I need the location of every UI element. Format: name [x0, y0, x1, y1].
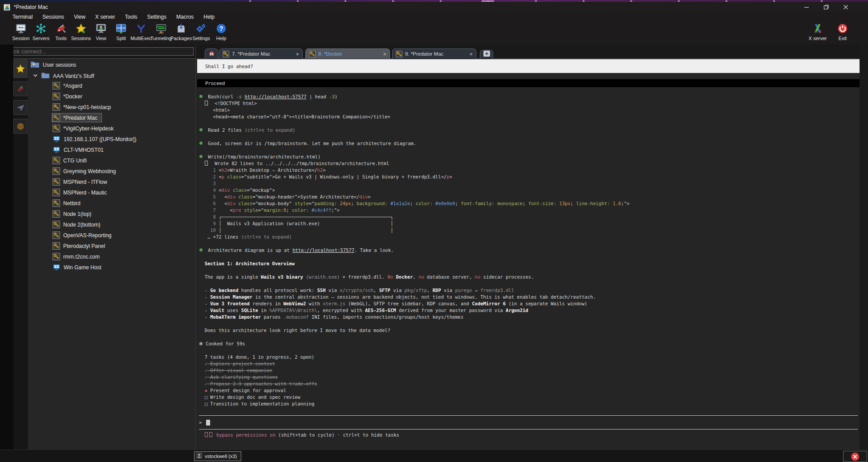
view-icon	[95, 22, 107, 34]
restore-button[interactable]	[816, 2, 836, 12]
tree-item-netbird[interactable]: Netbird	[53, 199, 81, 207]
toolbar-button-split[interactable]: Split	[110, 22, 132, 41]
tree-item-rmm-t2cnc-com[interactable]: rmm.t2cnc.com	[53, 253, 100, 260]
terminate-button[interactable]	[843, 451, 867, 462]
tree-group-folder[interactable]: AAA Vantz's Stuff	[33, 72, 94, 80]
rail-knife-icon[interactable]	[13, 81, 28, 96]
tree-item--predator-mac[interactable]: *Predator Mac	[52, 113, 102, 122]
menu-item-help[interactable]: Help	[203, 14, 215, 20]
terminal-line: Bash(curl -s http://localhost:57577 | he…	[199, 93, 860, 100]
toolbar-button-x-server[interactable]: X server	[807, 22, 829, 41]
tree-label: Node 1(top)	[63, 211, 91, 217]
tree-item-pterodactyl-panel[interactable]: Pterodactyl Panel	[53, 242, 105, 250]
toolbar-label: View	[96, 36, 106, 41]
chevron-down-icon[interactable]	[33, 73, 38, 79]
toolbar-button-tools[interactable]: Tools	[50, 22, 72, 41]
toolbar-button-multiexec[interactable]: MultiExec	[130, 22, 152, 41]
terminal-line: 10 │ │	[199, 227, 860, 234]
close-button[interactable]	[836, 2, 856, 12]
toolbar-button-sessions[interactable]: Sessions	[70, 22, 92, 41]
tree-item-openvas-reporting[interactable]: OpenVAS-Reporting	[53, 231, 112, 239]
tree-label: AAA Vantz's Stuff	[53, 73, 94, 79]
tree-item-node-1-top-[interactable]: Node 1(top)	[53, 210, 91, 218]
tree-item-mspnerd-itflow[interactable]: MSPNerd - ITFlow	[53, 178, 107, 186]
exit-icon	[837, 22, 848, 34]
tree-item-clt-vmhost01[interactable]: CLT-VMHOST01	[53, 146, 104, 154]
menu-item-terminal[interactable]: Terminal	[12, 14, 32, 20]
session-icon	[15, 22, 27, 34]
terminal-line	[199, 320, 860, 327]
rail-star-icon[interactable]	[13, 59, 28, 78]
terminal-line	[199, 254, 860, 260]
terminal-line: <html>	[199, 107, 860, 113]
terminal-line: … +72 lines (ctrl+o to expand)	[199, 234, 860, 240]
app-logo-icon	[4, 4, 10, 11]
key-icon	[53, 189, 60, 196]
toolbar-button-exit[interactable]: Exit	[831, 22, 854, 41]
toolbar-label: Sessions	[71, 36, 91, 41]
missing-glyph-box: ⎿	[205, 101, 208, 105]
menu-item-x-server[interactable]: X server	[95, 14, 115, 20]
tree-label: rmm.t2cnc.com	[63, 254, 100, 260]
quick-connect-input[interactable]	[1, 47, 194, 56]
tree-item-192-168-1-107-ups-monitor-[interactable]: 192.168.1.107 ([UPS-Monitor])	[53, 135, 136, 143]
tab-8-docker[interactable]: 8. *Docker×	[305, 49, 390, 59]
tree-item-ctg-unifi[interactable]: CTG Unifi	[53, 157, 87, 164]
tools-icon	[55, 22, 67, 34]
tree-root-user-sessions[interactable]: User sessions	[30, 61, 76, 69]
rail-plane-icon[interactable]	[13, 100, 28, 115]
tree-item-greyming-webhosting[interactable]: Greyming Webhosting	[53, 167, 116, 175]
terminal-line: 7 tasks (4 done, 1 in progress, 2 open)	[199, 354, 860, 361]
menu-item-settings[interactable]: Settings	[147, 14, 166, 20]
tree-item-node-2-bottom-[interactable]: Node 2(bottom)	[53, 221, 100, 228]
bottom-session-tab[interactable]: vstockwell (x3)	[194, 451, 241, 461]
menu-item-view[interactable]: View	[74, 14, 85, 20]
terminal-area[interactable]: Shall I go ahead? Proceed Bash(curl -s h…	[196, 59, 860, 450]
rdp-monitor-icon	[53, 135, 61, 143]
toolbar-label: Help	[216, 36, 227, 41]
scrollbar-gutter[interactable]	[860, 45, 868, 450]
key-icon	[53, 82, 60, 89]
settings-icon	[195, 22, 207, 34]
toolbar-button-settings[interactable]: Settings	[190, 22, 212, 41]
tree-item--asgard[interactable]: *Asgard	[53, 82, 82, 89]
toolbar-button-packages[interactable]: Packages	[170, 22, 192, 41]
toolbar-button-view[interactable]: View	[90, 22, 112, 41]
terminal-line: ✓ Ask clarifying questions	[199, 374, 860, 381]
tab-7-predator-mac[interactable]: 7. *Predator Mac×	[219, 49, 303, 59]
proceed-option[interactable]: Proceed	[197, 79, 860, 87]
tree-item-win-game-host[interactable]: Win Game Host	[53, 263, 101, 271]
tree-item--new-cp01-heistacp[interactable]: *New-cp01-heistacp	[53, 103, 111, 111]
minimize-button[interactable]	[797, 2, 816, 12]
sidebar-rail	[13, 59, 28, 450]
tree-label: Netbird	[63, 200, 81, 207]
bottom-status-bar: vstockwell (x3)	[0, 450, 868, 462]
tab-new-button[interactable]	[480, 50, 493, 59]
tab-close-icon[interactable]: ×	[296, 51, 299, 57]
key-icon	[53, 178, 60, 186]
tab-close-icon[interactable]: ×	[469, 51, 473, 57]
tree-item-mspnerd-mautic[interactable]: MSPNerd - Mautic	[53, 189, 107, 196]
tree-label: Win Game Host	[64, 264, 101, 271]
sidebar-black-column	[0, 45, 13, 450]
toolbar-button-session[interactable]: Session	[10, 22, 32, 41]
toolbar-button-tunneling[interactable]: Tunneling	[150, 22, 172, 41]
rail-globe-icon[interactable]	[13, 119, 28, 134]
menu-item-sessions[interactable]: Sessions	[42, 14, 64, 20]
tree-item--vigilcyber-helpdesk[interactable]: *VigilCyber-Helpdesk	[53, 125, 114, 132]
toolbar-button-help[interactable]: ?Help	[210, 22, 232, 41]
text-cursor	[206, 420, 210, 426]
tree-label: MSPNerd - Mautic	[63, 190, 107, 196]
toolbar-label: Tools	[55, 36, 67, 41]
terminal-line	[199, 334, 860, 340]
menu-item-tools[interactable]: Tools	[125, 14, 138, 20]
terminal-line: Read 2 files (ctrl+o to expand)	[199, 127, 860, 134]
toolbar-button-servers[interactable]: Servers	[30, 22, 52, 41]
tree-item--docker[interactable]: *Docker	[53, 93, 82, 100]
tab-9-predator-mac[interactable]: 9. *Predator Mac×	[392, 49, 476, 59]
menu-item-macros[interactable]: Macros	[176, 14, 194, 20]
prompt-input-box[interactable]: >	[199, 415, 858, 430]
multiexec-icon	[135, 22, 147, 34]
tab-home[interactable]	[205, 49, 218, 59]
tab-close-icon[interactable]: ×	[383, 51, 386, 57]
